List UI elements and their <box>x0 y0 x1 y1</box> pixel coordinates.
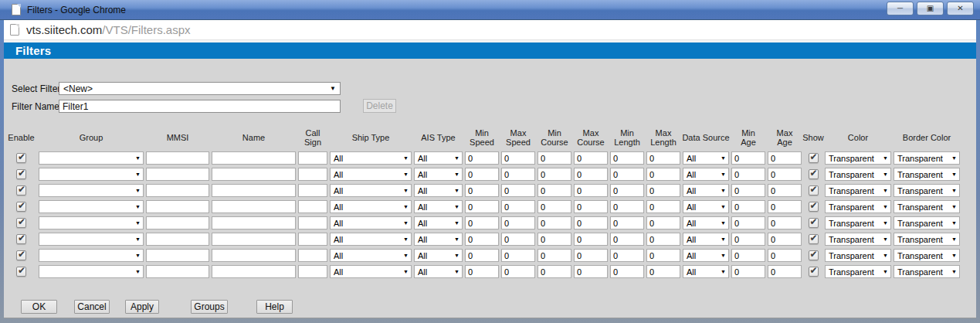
min-speed-input[interactable] <box>465 216 499 230</box>
ok-button[interactable]: OK <box>21 300 57 314</box>
min-length-input[interactable] <box>610 233 644 246</box>
color-select[interactable]: Transparent▼ <box>825 265 891 278</box>
border-color-select[interactable]: Transparent▼ <box>894 249 960 262</box>
max-course-input[interactable] <box>574 249 608 262</box>
max-age-input[interactable] <box>768 151 802 165</box>
group-select[interactable]: ▼ <box>39 151 144 165</box>
data-source-select[interactable]: All▼ <box>683 265 729 278</box>
min-course-input[interactable] <box>537 168 571 181</box>
enable-checkbox[interactable] <box>16 250 26 260</box>
max-age-input[interactable] <box>768 265 802 278</box>
name-input[interactable] <box>212 168 296 181</box>
max-length-input[interactable] <box>646 184 680 197</box>
name-input[interactable] <box>212 151 296 165</box>
enable-checkbox[interactable] <box>16 153 26 163</box>
mmsi-input[interactable] <box>146 233 209 246</box>
group-select[interactable]: ▼ <box>39 200 144 213</box>
mmsi-input[interactable] <box>146 184 209 197</box>
min-age-input[interactable] <box>731 168 765 181</box>
max-speed-input[interactable] <box>501 265 535 278</box>
min-speed-input[interactable] <box>465 249 499 262</box>
filter-name-input[interactable] <box>59 100 341 113</box>
max-age-input[interactable] <box>768 184 802 197</box>
min-speed-input[interactable] <box>465 265 499 278</box>
min-age-input[interactable] <box>731 184 765 197</box>
data-source-select[interactable]: All▼ <box>683 233 729 246</box>
min-age-input[interactable] <box>731 216 765 230</box>
call-sign-input[interactable] <box>298 200 327 213</box>
apply-button[interactable]: Apply <box>125 300 159 314</box>
max-course-input[interactable] <box>574 216 608 230</box>
color-select[interactable]: Transparent▼ <box>825 233 891 246</box>
ais-type-select[interactable]: All▼ <box>414 233 463 246</box>
ais-type-select[interactable]: All▼ <box>414 249 463 262</box>
min-speed-input[interactable] <box>465 168 499 181</box>
show-checkbox[interactable] <box>809 267 819 277</box>
name-input[interactable] <box>212 249 296 262</box>
enable-checkbox[interactable] <box>16 234 26 244</box>
name-input[interactable] <box>212 200 296 213</box>
name-input[interactable] <box>212 184 296 197</box>
max-speed-input[interactable] <box>501 184 535 197</box>
data-source-select[interactable]: All▼ <box>683 200 729 213</box>
ship-type-select[interactable]: All▼ <box>330 151 412 165</box>
maximize-icon[interactable]: ▣ <box>917 2 944 15</box>
call-sign-input[interactable] <box>298 265 327 278</box>
max-age-input[interactable] <box>768 233 802 246</box>
max-speed-input[interactable] <box>501 249 535 262</box>
call-sign-input[interactable] <box>298 184 327 197</box>
border-color-select[interactable]: Transparent▼ <box>894 200 960 213</box>
color-select[interactable]: Transparent▼ <box>825 151 891 165</box>
show-checkbox[interactable] <box>809 250 819 260</box>
min-length-input[interactable] <box>610 168 644 181</box>
min-age-input[interactable] <box>731 249 765 262</box>
ship-type-select[interactable]: All▼ <box>330 168 412 181</box>
max-course-input[interactable] <box>574 168 608 181</box>
mmsi-input[interactable] <box>146 151 209 165</box>
delete-button[interactable]: Delete <box>363 99 396 113</box>
max-length-input[interactable] <box>646 216 680 230</box>
help-button[interactable]: Help <box>256 300 293 314</box>
min-course-input[interactable] <box>537 184 571 197</box>
mmsi-input[interactable] <box>146 265 209 278</box>
min-age-input[interactable] <box>731 233 765 246</box>
data-source-select[interactable]: All▼ <box>683 249 729 262</box>
color-select[interactable]: Transparent▼ <box>825 184 891 197</box>
name-input[interactable] <box>212 233 296 246</box>
data-source-select[interactable]: All▼ <box>683 168 729 181</box>
border-color-select[interactable]: Transparent▼ <box>894 216 960 230</box>
min-course-input[interactable] <box>537 151 571 165</box>
ship-type-select[interactable]: All▼ <box>330 265 412 278</box>
group-select[interactable]: ▼ <box>39 233 144 246</box>
select-filter-dropdown[interactable]: <New> ▼ <box>59 82 341 95</box>
min-age-input[interactable] <box>731 200 765 213</box>
max-course-input[interactable] <box>574 265 608 278</box>
min-length-input[interactable] <box>610 216 644 230</box>
enable-checkbox[interactable] <box>16 185 26 196</box>
call-sign-input[interactable] <box>298 233 327 246</box>
ais-type-select[interactable]: All▼ <box>414 151 463 165</box>
enable-checkbox[interactable] <box>16 218 26 228</box>
max-age-input[interactable] <box>768 249 802 262</box>
ais-type-select[interactable]: All▼ <box>414 184 463 197</box>
max-speed-input[interactable] <box>501 200 535 213</box>
min-course-input[interactable] <box>537 216 571 230</box>
ais-type-select[interactable]: All▼ <box>414 216 463 230</box>
max-speed-input[interactable] <box>501 216 535 230</box>
color-select[interactable]: Transparent▼ <box>825 168 891 181</box>
max-length-input[interactable] <box>646 265 680 278</box>
max-age-input[interactable] <box>768 216 802 230</box>
min-length-input[interactable] <box>610 151 644 165</box>
call-sign-input[interactable] <box>298 216 327 230</box>
max-length-input[interactable] <box>646 233 680 246</box>
min-length-input[interactable] <box>610 249 644 262</box>
min-age-input[interactable] <box>731 265 765 278</box>
call-sign-input[interactable] <box>298 151 327 165</box>
ais-type-select[interactable]: All▼ <box>414 265 463 278</box>
call-sign-input[interactable] <box>298 168 327 181</box>
max-length-input[interactable] <box>646 151 680 165</box>
border-color-select[interactable]: Transparent▼ <box>894 265 960 278</box>
enable-checkbox[interactable] <box>16 202 26 212</box>
show-checkbox[interactable] <box>809 169 819 179</box>
data-source-select[interactable]: All▼ <box>683 184 729 197</box>
